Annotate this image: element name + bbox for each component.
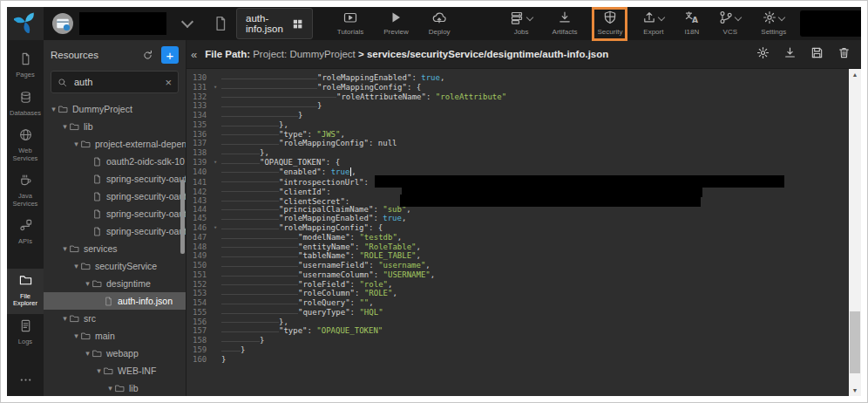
tree-item-spring-security-oauth2[interactable]: spring-security-oauth2 bbox=[44, 222, 186, 240]
code-line[interactable]: 146▾"roleMappingConfig": { bbox=[186, 223, 849, 233]
toolbar-item-jobs[interactable]: Jobs bbox=[511, 12, 532, 36]
fold-marker[interactable]: ▾ bbox=[214, 158, 221, 167]
code-line[interactable]: 152"roleField": "role", bbox=[186, 280, 849, 290]
tree-item-designtime[interactable]: ▾designtime bbox=[44, 275, 186, 292]
code-line[interactable]: 134} bbox=[186, 111, 849, 120]
sidebar-item-web-services[interactable]: Web Services bbox=[7, 123, 44, 168]
sidebar-item-file-explorer[interactable]: File Explorer bbox=[7, 269, 44, 314]
code-line[interactable]: 133} bbox=[186, 101, 849, 111]
code-line[interactable]: 150"usernameField": "username", bbox=[186, 261, 849, 270]
code-line[interactable]: 135}, bbox=[186, 120, 849, 130]
tree-item-web-inf[interactable]: ▾WEB-INF bbox=[44, 362, 186, 379]
icon-rail: PagesDatabasesWeb ServicesJava ServicesA… bbox=[7, 40, 44, 396]
indent-guide bbox=[221, 308, 298, 318]
tree-item-lib[interactable]: ▾lib bbox=[44, 379, 186, 396]
tree-item-lib[interactable]: ▾lib bbox=[44, 118, 186, 135]
code-line[interactable]: 132"roleAttributeName": "roleAttribute" bbox=[186, 92, 849, 102]
code-line[interactable]: 143"clientSecret": bbox=[186, 195, 849, 205]
toolbar-item-export[interactable]: Export bbox=[642, 12, 664, 36]
code-line[interactable]: 153"roleColumn": "ROLE", bbox=[186, 289, 849, 298]
tree-item-project-external-dependencies[interactable]: ▾project-external-dependencies bbox=[44, 135, 186, 153]
tree-item-spring-security-oauth2[interactable]: spring-security-oauth2 bbox=[44, 205, 186, 222]
sidebar-item-java-services[interactable]: Java Services bbox=[7, 168, 44, 214]
code-line[interactable]: 147"modelName": "testdb", bbox=[186, 233, 849, 242]
tree-item-services[interactable]: ▾services bbox=[44, 240, 186, 257]
sidebar-item-databases[interactable]: Databases bbox=[7, 85, 44, 124]
indent-guide bbox=[221, 270, 298, 280]
code-line[interactable]: 158} bbox=[186, 336, 849, 345]
tree-item-oauth2-oidc-sdk-10[interactable]: oauth2-oidc-sdk-10 bbox=[44, 153, 186, 170]
toolbar-item-settings[interactable]: Settings bbox=[761, 12, 786, 36]
scrollbar-thumb[interactable] bbox=[850, 311, 860, 373]
toolbar-item-artifacts[interactable]: Artifacts bbox=[553, 12, 578, 36]
code-line[interactable]: 155"queryType": "HQL" bbox=[186, 308, 849, 318]
code-line[interactable]: 160} bbox=[186, 355, 849, 365]
file-download-button[interactable] bbox=[783, 46, 797, 63]
sidebar-item-label: APIs bbox=[18, 238, 32, 246]
indent-guide bbox=[221, 167, 279, 177]
code-line[interactable]: 148"entityName": "RoleTable", bbox=[186, 242, 849, 252]
resources-scrollbar-thumb[interactable] bbox=[180, 180, 185, 254]
tree-item-label: services bbox=[84, 243, 118, 254]
tree-item-securityservice[interactable]: ▾securityService bbox=[44, 257, 186, 275]
code-line[interactable]: 149"tableName": "ROLE_TABLE", bbox=[186, 251, 849, 261]
code-line[interactable]: 136"type": "JWS", bbox=[186, 130, 849, 140]
tree-item-auth-info-json[interactable]: auth-info.json bbox=[44, 292, 186, 310]
project-selector[interactable] bbox=[52, 12, 192, 35]
file-save-button[interactable] bbox=[810, 46, 824, 63]
chevron-down-icon bbox=[778, 14, 785, 21]
tree-item-src[interactable]: ▾src bbox=[44, 310, 186, 327]
fold-marker[interactable]: ▾ bbox=[214, 223, 221, 233]
code-line[interactable]: 145"roleMappingEnabled": true, bbox=[186, 214, 849, 223]
editor: « File Path: Project: DummyProject > ser… bbox=[186, 40, 861, 396]
tree-item-spring-security-oauth2[interactable]: spring-security-oauth2 bbox=[44, 188, 186, 205]
tree-item-spring-security-oauth2[interactable]: spring-security-oauth2 bbox=[44, 170, 186, 188]
code-line[interactable]: 157"type": "OPAQUE_TOKEN" bbox=[186, 326, 849, 336]
tree-item-label: securityService bbox=[95, 261, 157, 271]
toolbar-item-preview[interactable]: Preview bbox=[383, 12, 408, 36]
indent-guide bbox=[221, 326, 279, 336]
code-line[interactable]: 137"roleMappingConfig": null bbox=[186, 139, 849, 148]
code-line[interactable]: 159} bbox=[186, 345, 849, 355]
code-area[interactable]: 130"roleMappingEnabled": true,131▾"roleM… bbox=[186, 69, 849, 396]
tree-item-webapp[interactable]: ▾webapp bbox=[44, 345, 186, 362]
toolbar-item-vcs[interactable]: VCS bbox=[719, 12, 741, 36]
scroll-up-arrow[interactable]: ▲ bbox=[849, 69, 861, 80]
scroll-down-arrow[interactable]: ▼ bbox=[849, 385, 861, 396]
toolbar-item-label: Tutorials bbox=[337, 28, 363, 36]
file-tab[interactable]: auth-info.json bbox=[236, 8, 313, 39]
toolbar-item-security[interactable]: Security bbox=[597, 12, 622, 36]
sidebar-item-more[interactable] bbox=[7, 368, 44, 396]
file-icon[interactable] bbox=[213, 16, 228, 31]
toolbar-item-tutorials[interactable]: Tutorials bbox=[337, 12, 363, 36]
code-line[interactable]: 156}, bbox=[186, 318, 849, 327]
tree-item-main[interactable]: ▾main bbox=[44, 327, 186, 345]
line-number: 154 bbox=[186, 298, 214, 308]
add-resource-button[interactable]: + bbox=[161, 46, 179, 64]
fold-marker[interactable]: ▾ bbox=[214, 83, 221, 92]
code-line[interactable]: 138}, bbox=[186, 148, 849, 158]
grid-icon[interactable] bbox=[292, 18, 303, 30]
sidebar-item-apis[interactable]: APIs bbox=[7, 214, 44, 252]
file-settings-button[interactable] bbox=[756, 46, 770, 63]
code-line[interactable]: 131▾"roleMappingConfig": { bbox=[186, 83, 849, 92]
tree-item-dummyproject[interactable]: ▾DummyProject bbox=[44, 100, 186, 118]
toolbar-item-deploy[interactable]: Deploy bbox=[429, 12, 451, 36]
wavemaker-logo[interactable] bbox=[7, 7, 44, 40]
sidebar-item-pages[interactable]: Pages bbox=[7, 47, 44, 85]
editor-scrollbar[interactable]: ▲ ▼ bbox=[849, 69, 861, 396]
code-line[interactable]: 154"roleQuery": "", bbox=[186, 298, 849, 308]
resource-search[interactable]: × bbox=[51, 71, 179, 93]
code-line[interactable]: 151"usernameColumn": "USERNAME", bbox=[186, 270, 849, 280]
code-line[interactable]: 139▾"OPAQUE_TOKEN": { bbox=[186, 158, 849, 167]
code-line[interactable]: 130"roleMappingEnabled": true, bbox=[186, 73, 849, 83]
collapse-panel-icon[interactable]: « bbox=[191, 49, 197, 60]
search-input[interactable] bbox=[72, 76, 159, 88]
toolbar-item-i18n[interactable]: AI18N bbox=[684, 12, 699, 36]
file-delete-button[interactable] bbox=[837, 46, 851, 63]
refresh-icon[interactable] bbox=[142, 50, 153, 61]
clear-search-icon[interactable]: × bbox=[165, 77, 172, 88]
caret-down-icon: ▾ bbox=[60, 244, 70, 253]
sidebar-item-logs[interactable]: Logs bbox=[7, 314, 44, 352]
indent-guide bbox=[221, 336, 260, 345]
